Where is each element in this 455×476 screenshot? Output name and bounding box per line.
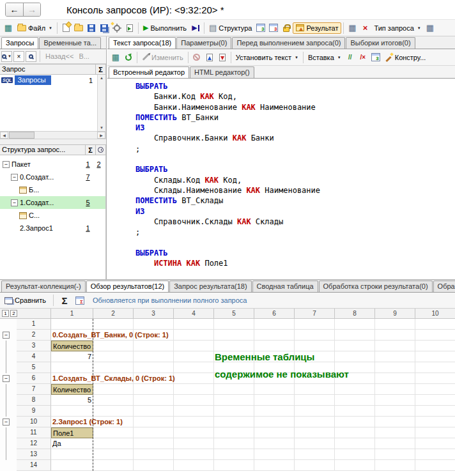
query-list-item[interactable]: SQL Запросы 1	[0, 75, 105, 86]
grid-row-header[interactable]: 4	[17, 351, 51, 362]
grid-cell[interactable]	[375, 362, 415, 373]
tab[interactable]: Временные та...	[39, 37, 101, 49]
grid-cell[interactable]	[254, 319, 295, 330]
grid-cell[interactable]	[254, 395, 295, 406]
grid-cell[interactable]	[51, 406, 93, 417]
outline-level-button[interactable]: 1	[2, 310, 9, 317]
tab[interactable]: Перед выполнением запроса(0)	[232, 37, 345, 49]
grid-cell[interactable]: Поле1	[51, 427, 93, 438]
back-button[interactable]: ←	[6, 3, 23, 16]
grid-cell[interactable]	[375, 384, 415, 395]
grid-column-header[interactable]: 5	[214, 309, 254, 319]
grid-cell[interactable]	[375, 417, 415, 427]
grid-cell[interactable]	[295, 417, 335, 427]
totals-sum-button[interactable]: Σ	[58, 294, 71, 307]
tab[interactable]: Текст запроса(18)	[109, 37, 176, 49]
grid-cell[interactable]	[214, 449, 254, 460]
file-menu-button[interactable]: Файл▼	[15, 23, 55, 33]
grid-cell[interactable]: 7	[51, 351, 93, 362]
grid-cell[interactable]: 2.Запрос1 (Строк: 1)	[51, 417, 93, 427]
grid-cell[interactable]	[415, 417, 455, 427]
grid-cell[interactable]	[254, 449, 295, 460]
grid-column-header[interactable]: 8	[335, 309, 375, 319]
grid-cell[interactable]	[415, 362, 455, 373]
grid-cell[interactable]	[214, 395, 254, 406]
grid-cell[interactable]	[93, 438, 134, 449]
grid-cell[interactable]	[375, 438, 415, 449]
grid-cell[interactable]	[93, 384, 134, 395]
grid-cell[interactable]	[93, 449, 134, 460]
outline-level-button[interactable]: 2	[10, 310, 17, 317]
grid-cell[interactable]	[93, 362, 134, 373]
search-button[interactable]	[26, 51, 36, 62]
row-count-link[interactable]: 5	[82, 199, 93, 206]
grid-cell[interactable]	[335, 438, 375, 449]
grid-row-header[interactable]: 7	[17, 384, 51, 395]
grid-cell[interactable]	[134, 341, 174, 351]
save-as-button[interactable]	[98, 22, 111, 35]
grid-cell[interactable]	[295, 406, 335, 417]
grid-cell[interactable]	[174, 362, 214, 373]
grid-cell[interactable]	[93, 319, 134, 330]
grid-cell[interactable]	[415, 406, 455, 417]
query-list-hscrollbar[interactable]: ◀ ▶	[0, 131, 106, 139]
grid-cell[interactable]	[375, 330, 415, 341]
grid-button[interactable]: ▦	[346, 22, 359, 35]
grid-cell[interactable]	[254, 427, 295, 438]
tab[interactable]: Запросы	[1, 37, 38, 49]
query-list-vscrollbar[interactable]: ▲▼	[97, 75, 105, 131]
grid-column-header[interactable]: 1	[51, 309, 93, 319]
grid-cell[interactable]	[254, 438, 295, 449]
collapse-icon[interactable]: −	[11, 199, 18, 206]
grid-cell[interactable]	[295, 460, 335, 471]
grid-column-header[interactable]: 3	[134, 309, 174, 319]
grid-cell[interactable]	[134, 362, 174, 373]
structure-sum-header[interactable]: Σ	[85, 145, 95, 155]
tab[interactable]: Результат-коллекция(-)	[1, 280, 86, 292]
collapse-icon[interactable]: −	[3, 161, 10, 168]
panel-splitter[interactable]	[0, 139, 106, 144]
grid-cell[interactable]	[415, 438, 455, 449]
grid-cell[interactable]	[214, 319, 254, 330]
tab[interactable]: Запрос результата(18)	[169, 280, 251, 292]
back-nav-button[interactable]: Назад<<	[43, 52, 75, 60]
scroll-left-icon[interactable]: ◀	[0, 132, 8, 139]
grid-cell[interactable]	[214, 427, 254, 438]
cancel-button[interactable]	[190, 51, 203, 64]
grid-cell[interactable]	[174, 406, 214, 417]
grid-cell[interactable]	[134, 427, 174, 438]
grid-cell[interactable]	[335, 384, 375, 395]
grid-cell[interactable]	[295, 449, 335, 460]
grid-column-header[interactable]: 2	[93, 309, 134, 319]
scroll-track[interactable]	[8, 132, 97, 139]
table-totals-button[interactable]: Σ	[73, 294, 86, 307]
grid-cell[interactable]	[134, 406, 174, 417]
grid-row-header[interactable]: 13	[17, 449, 51, 460]
grid-cell[interactable]	[415, 351, 455, 362]
grid-cell[interactable]	[174, 373, 214, 384]
grid-cell[interactable]	[134, 438, 174, 449]
grid-cell[interactable]: Количество	[51, 384, 93, 395]
grid-cell[interactable]	[415, 319, 455, 330]
row-count-link[interactable]: 1	[82, 224, 93, 232]
grid-cell[interactable]	[375, 406, 415, 417]
grid-cell[interactable]	[214, 406, 254, 417]
grid-corner[interactable]: 12	[0, 309, 51, 319]
grid-cell[interactable]: Количество	[51, 341, 93, 351]
grid-cell[interactable]	[174, 417, 214, 427]
grid-cell[interactable]	[254, 417, 295, 427]
forward-nav-button[interactable]: В...	[77, 52, 91, 60]
result-section-title[interactable]: 1.Создать_ВТ_Склады, 0 (Строк: 1)	[52, 373, 175, 383]
constructor-button[interactable]: Констру...	[382, 52, 429, 63]
sum-column-header[interactable]: Σ	[95, 65, 105, 74]
row-limit-button[interactable]: 3	[267, 22, 280, 35]
grid-row-header[interactable]: 2	[17, 330, 51, 341]
time-link[interactable]: 2	[93, 160, 104, 168]
clear-result-button[interactable]: ×	[359, 22, 371, 35]
grid-row-header[interactable]: 3	[17, 341, 51, 351]
grid-cell[interactable]	[375, 460, 415, 471]
collapse-icon[interactable]: −	[11, 174, 18, 181]
grid-cell[interactable]	[254, 384, 295, 395]
grid-cell[interactable]	[134, 417, 174, 427]
row-count-link[interactable]: 1	[82, 160, 93, 168]
